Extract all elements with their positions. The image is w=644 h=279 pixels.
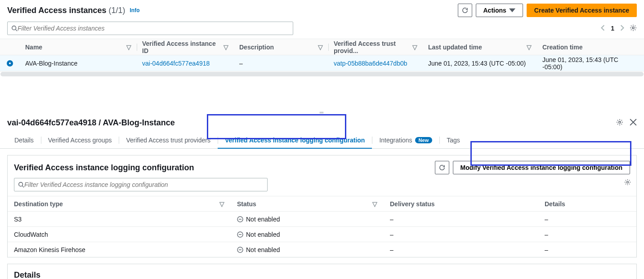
logging-section-title: Verified Access instance logging configu… (14, 163, 194, 173)
log-col-details[interactable]: Details (538, 200, 636, 208)
log-cell-details: – (538, 216, 636, 223)
log-cell-status: Not enabled (231, 231, 384, 238)
page-title: Verified Access instances (1/1) (7, 6, 125, 15)
actions-button[interactable]: Actions (476, 4, 523, 17)
logging-config-section: Verified Access instance logging configu… (7, 155, 637, 257)
log-cell-details: – (538, 231, 636, 238)
cell-description: – (234, 60, 328, 67)
log-cell-details: – (538, 246, 636, 253)
log-cell-dest: Amazon Kinesis Firehose (8, 246, 231, 253)
refresh-icon (439, 164, 445, 171)
filter-logging-input[interactable] (24, 181, 264, 188)
log-col-delivery[interactable]: Delivery status (384, 200, 538, 208)
create-instance-button[interactable]: Create Verified Access instance (527, 4, 637, 17)
table-settings-button[interactable] (630, 24, 637, 33)
not-enabled-icon (237, 216, 243, 222)
tab-tags[interactable]: Tags (439, 132, 467, 148)
logging-table: Destination type▽ Status▽ Delivery statu… (8, 196, 636, 257)
cell-updated: June 01, 2023, 15:43 (UTC -05:00) (423, 60, 537, 67)
panel-drag-handle[interactable]: ═ (0, 109, 644, 115)
tab-trust-providers[interactable]: Verified Access trust providers (119, 132, 218, 148)
filter-logging-input-wrap[interactable] (14, 178, 268, 191)
svg-point-0 (12, 26, 16, 30)
cell-instance-id[interactable]: vai-04d664fc577ea4918 (137, 60, 234, 67)
sort-icon: ▽ (219, 200, 224, 208)
sort-icon: ▽ (372, 200, 377, 208)
title-text: Verified Access instances (7, 6, 106, 15)
log-cell-status: Not enabled (231, 216, 384, 223)
col-description[interactable]: Description▽ (234, 44, 328, 51)
actions-label: Actions (483, 7, 506, 14)
col-created[interactable]: Creation time (537, 44, 640, 51)
detail-title: vai-04d664fc577ea4918 / AVA-Blog-Instanc… (7, 118, 175, 128)
gear-icon (616, 119, 623, 126)
cell-name: AVA-Blog-Instance (20, 60, 137, 67)
tab-integrations[interactable]: Integrations New (372, 132, 439, 148)
chevron-left-icon (601, 25, 605, 31)
log-row-cloudwatch: CloudWatch Not enabled – – (8, 226, 636, 242)
gear-icon (630, 24, 637, 31)
caret-down-icon (509, 7, 515, 13)
not-enabled-icon (237, 247, 243, 253)
cell-created: June 01, 2023, 15:43 (UTC -05:00) (537, 56, 640, 71)
filter-instances-input-wrap[interactable] (7, 22, 293, 35)
svg-point-4 (626, 181, 628, 183)
logging-refresh-button[interactable] (435, 161, 449, 174)
log-col-destination[interactable]: Destination type▽ (8, 200, 231, 208)
col-id[interactable]: Verified Access instance ID▽ (137, 40, 234, 54)
col-trust[interactable]: Verified Access trust provid...▽ (328, 40, 423, 54)
svg-point-2 (619, 121, 621, 123)
log-cell-delivery: – (384, 246, 538, 253)
svg-point-3 (19, 182, 23, 186)
filter-instances-input[interactable] (18, 25, 289, 32)
refresh-icon (462, 7, 468, 13)
col-name[interactable]: Name▽ (20, 44, 137, 51)
instance-count: (1/1) (108, 6, 125, 15)
sort-icon: ▽ (318, 44, 323, 51)
search-icon (11, 25, 18, 31)
tab-logging-configuration[interactable]: Verified Access instance logging configu… (218, 132, 372, 148)
log-row-kinesis: Amazon Kinesis Firehose Not enabled – – (8, 242, 636, 257)
info-link[interactable]: Info (130, 7, 140, 13)
gear-icon (624, 179, 631, 186)
details-section: Details Log version ocsf-1.0 Trust conte… (7, 264, 637, 279)
details-title: Details (14, 270, 630, 279)
cell-trust-provider[interactable]: vatp-05b88ba6de447db0b (328, 60, 423, 67)
not-enabled-icon (237, 231, 243, 238)
sort-icon: ▽ (412, 44, 417, 51)
page-number: 1 (611, 25, 614, 32)
tab-groups[interactable]: Verified Access groups (41, 132, 119, 148)
table-row[interactable]: AVA-Blog-Instance vai-04d664fc577ea4918 … (0, 55, 644, 71)
detail-tabs: Details Verified Access groups Verified … (0, 132, 644, 149)
log-cell-dest: S3 (8, 216, 231, 223)
log-col-status[interactable]: Status▽ (231, 200, 384, 208)
log-cell-delivery: – (384, 216, 538, 223)
sort-icon: ▽ (126, 44, 131, 51)
sort-icon: ▽ (527, 44, 532, 51)
col-updated[interactable]: Last updated time▽ (423, 44, 537, 51)
log-cell-dest: CloudWatch (8, 231, 231, 238)
panel-settings-button[interactable] (616, 119, 623, 127)
log-cell-status: Not enabled (231, 246, 384, 253)
row-radio-selected[interactable] (7, 60, 13, 66)
svg-point-1 (632, 27, 634, 28)
tab-details[interactable]: Details (7, 132, 41, 148)
chevron-right-icon (620, 25, 624, 31)
search-icon (18, 182, 24, 188)
log-row-s3: S3 Not enabled – – (8, 211, 636, 226)
tab-integrations-label: Integrations (379, 137, 412, 144)
page-prev[interactable] (601, 25, 605, 32)
logging-table-settings[interactable] (624, 179, 631, 187)
panel-close-button[interactable] (630, 119, 637, 127)
page-next[interactable] (620, 25, 624, 32)
sort-icon: ▽ (224, 44, 228, 51)
instances-table: Name▽ Verified Access instance ID▽ Descr… (0, 39, 644, 76)
modify-logging-button[interactable]: Modify Verified Access instance logging … (453, 161, 630, 174)
badge-new: New (415, 137, 433, 143)
horizontal-scrollbar[interactable] (0, 72, 644, 76)
close-icon (630, 119, 637, 126)
refresh-button[interactable] (458, 4, 472, 17)
log-cell-delivery: – (384, 231, 538, 238)
